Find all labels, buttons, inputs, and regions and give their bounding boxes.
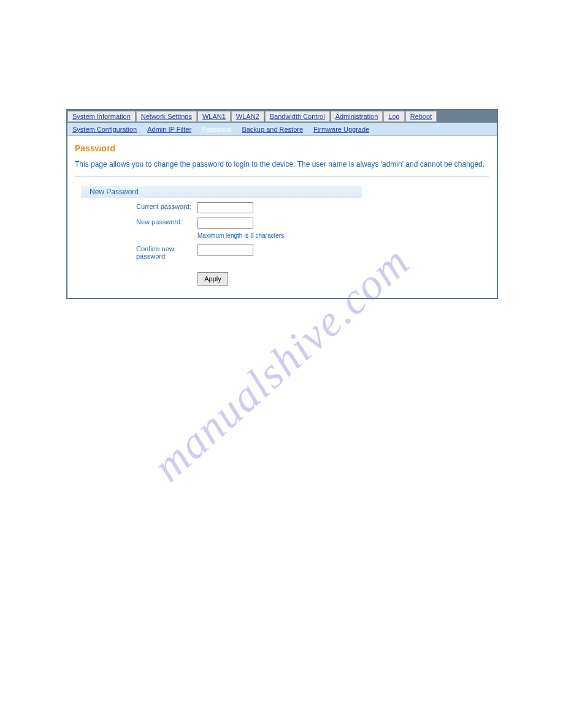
page-description: This page allows you to change the passw… <box>75 159 489 169</box>
divider <box>75 176 489 177</box>
new-password-input[interactable] <box>197 218 253 229</box>
apply-button[interactable]: Apply <box>197 272 228 286</box>
subtab-password[interactable]: Password <box>197 124 236 135</box>
admin-panel: System Information Network Settings WLAN… <box>66 109 498 299</box>
content-area: Password This page allows you to change … <box>67 136 497 298</box>
password-hint: Maximum length is 8 characters <box>197 232 489 239</box>
subtab-admin-ip-filter[interactable]: Admin IP Filter <box>142 124 196 135</box>
password-form: Current password: New password: Maximum … <box>75 202 489 286</box>
tab-reboot[interactable]: Reboot <box>405 111 437 122</box>
page-title: Password <box>75 143 489 153</box>
tab-administration[interactable]: Administration <box>331 111 383 122</box>
label-new-password: New password: <box>75 217 197 226</box>
section-header: New Password <box>81 186 362 198</box>
tab-network-settings[interactable]: Network Settings <box>136 111 197 122</box>
tab-wlan1[interactable]: WLAN1 <box>197 111 231 122</box>
confirm-password-input[interactable] <box>197 245 253 256</box>
secondary-tabs: System Configuration Admin IP Filter Pas… <box>67 123 497 136</box>
current-password-input[interactable] <box>197 202 253 213</box>
tab-bandwidth-control[interactable]: Bandwidth Control <box>265 111 330 122</box>
subtab-firmware-upgrade[interactable]: Firmware Upgrade <box>308 124 374 135</box>
label-current-password: Current password: <box>75 202 197 210</box>
primary-tabs: System Information Network Settings WLAN… <box>67 110 497 123</box>
subtab-system-configuration[interactable]: System Configuration <box>67 124 142 135</box>
tab-system-information[interactable]: System Information <box>67 111 136 122</box>
subtab-backup-restore[interactable]: Backup and Restore <box>237 124 308 135</box>
tab-log[interactable]: Log <box>383 111 404 122</box>
tab-wlan2[interactable]: WLAN2 <box>231 111 264 122</box>
label-confirm-password: Confirm new password: <box>75 244 197 260</box>
